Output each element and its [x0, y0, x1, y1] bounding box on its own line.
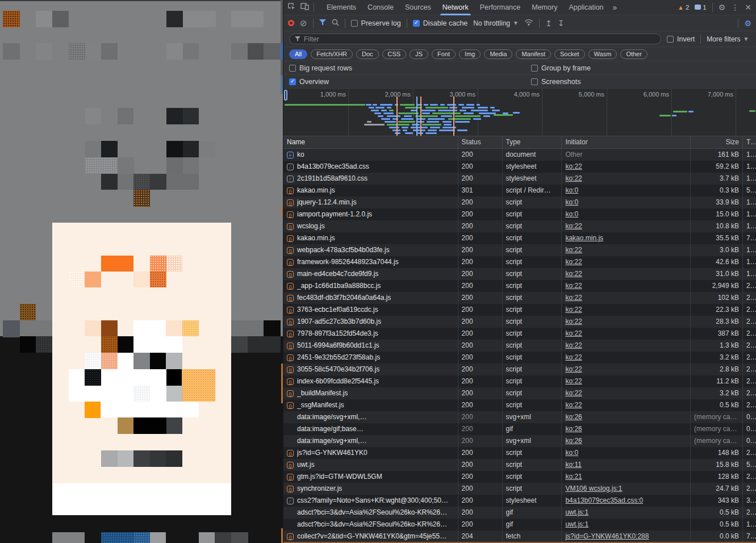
table-row[interactable]: ∕b4a13b079cec35ad.css200stylesheetko:225…: [283, 161, 756, 173]
overview-checkbox[interactable]: Overview: [289, 78, 329, 86]
disable-cache-checkbox[interactable]: Disable cache: [413, 19, 468, 27]
overview-window-handle[interactable]: [284, 90, 287, 101]
table-row[interactable]: ≡ko200documentOther161 kB1…: [283, 149, 756, 161]
table-row[interactable]: {}kakao.min.js301script / Redir…ko:00.3 …: [283, 185, 756, 197]
initiator-link[interactable]: ko:22: [565, 353, 582, 361]
initiator-link[interactable]: ko:22: [565, 174, 582, 182]
table-row[interactable]: ∕css2?family=Noto+Sans+KR:wght@300;400;5…: [283, 495, 756, 507]
checkbox-unchecked[interactable]: [351, 20, 358, 27]
checkbox-checked[interactable]: [289, 78, 296, 85]
initiator-link[interactable]: ko:22: [565, 282, 582, 290]
filter-chip-font[interactable]: Font: [432, 49, 456, 59]
tab-console[interactable]: Console: [362, 0, 399, 15]
initiator-link[interactable]: ko:26: [565, 425, 582, 433]
table-row[interactable]: {}iamport.payment-1.2.0.js200scriptko:01…: [283, 208, 756, 220]
initiator-link[interactable]: ko:26: [565, 437, 582, 445]
filter-chip-img[interactable]: Img: [459, 49, 481, 59]
initiator-link[interactable]: ko:26: [565, 413, 582, 421]
initiator-link[interactable]: ko:22: [565, 401, 582, 409]
close-devtools-icon[interactable]: ✕: [745, 3, 751, 11]
initiator-link[interactable]: ko:22: [565, 365, 582, 373]
table-row[interactable]: {}webpack-478a3cf5b4b0d3fe.js200scriptko…: [283, 244, 756, 256]
inspect-element-icon[interactable]: [288, 3, 296, 12]
record-button[interactable]: [288, 20, 294, 26]
table-row[interactable]: {}7978-897f3a152fd54de3.js200scriptko:22…: [283, 328, 756, 340]
clear-network-log-icon[interactable]: ⊘: [300, 19, 307, 27]
initiator-link[interactable]: kakao.min.js: [565, 234, 603, 242]
network-overview-timeline[interactable]: 1,000 ms2,000 ms3,000 ms4,000 ms5,000 ms…: [283, 89, 756, 136]
initiator-link[interactable]: js?id=G-YNKW461YK0:288: [565, 532, 649, 540]
initiator-link[interactable]: VM106 wcslog.js:1: [565, 484, 622, 492]
table-row[interactable]: {}adsct?bci=3&dv=Asia%2FSeoul%26ko-KR%26…: [283, 519, 756, 531]
initiator-link[interactable]: ko:22: [565, 329, 582, 337]
table-row[interactable]: {}3763-ecbc1ef0a619ccdc.js200scriptko:22…: [283, 304, 756, 316]
table-row[interactable]: {}framework-98526448923a7044.js200script…: [283, 256, 756, 268]
table-row[interactable]: {}2451-9e32b55d273f58ab.js200scriptko:22…: [283, 352, 756, 364]
network-conditions-icon[interactable]: [524, 19, 533, 28]
kebab-menu-icon[interactable]: ⋮: [731, 3, 739, 11]
checkbox-unchecked[interactable]: [289, 65, 296, 72]
more-filters-button[interactable]: More filters ▼: [707, 35, 749, 43]
table-row[interactable]: {}data:image/gif;base…200gifko:26(memory…: [283, 423, 756, 435]
initiator-link[interactable]: ko:0: [565, 186, 578, 194]
screenshots-checkbox[interactable]: Screenshots: [531, 78, 580, 86]
table-row[interactable]: {}data:image/svg+xml,…200svg+xmlko:26(me…: [283, 411, 756, 423]
tab-elements[interactable]: Elements: [321, 0, 362, 15]
checkbox-checked[interactable]: [413, 20, 420, 27]
initiator-link[interactable]: ko:22: [565, 377, 582, 385]
table-row[interactable]: {}uwt.js200scriptko:1115.8 kB5…: [283, 459, 756, 471]
invert-checkbox[interactable]: Invert: [667, 35, 695, 43]
table-row[interactable]: {}_app-1c66d1ba9a888bcc.js200scriptko:22…: [283, 280, 756, 292]
tab-network[interactable]: Network: [437, 0, 474, 15]
filter-chip-css[interactable]: CSS: [382, 49, 407, 59]
group-by-frame-checkbox[interactable]: Group by frame: [531, 64, 591, 72]
table-row[interactable]: {}data:image/svg+xml,…200svg+xmlko:26(me…: [283, 435, 756, 447]
filter-chip-media[interactable]: Media: [484, 49, 512, 59]
initiator-link[interactable]: ko:22: [565, 318, 582, 325]
checkbox-unchecked[interactable]: [531, 65, 538, 72]
filter-chip-manifest[interactable]: Manifest: [516, 49, 551, 59]
checkbox-unchecked[interactable]: [531, 78, 538, 85]
filter-chip-other[interactable]: Other: [620, 49, 648, 59]
filter-toggle-icon[interactable]: [319, 19, 326, 27]
initiator-link[interactable]: ko:0: [565, 449, 578, 457]
table-row[interactable]: {}collect?v=2&tid=G-YNKW461YK0&gtm=45je5…: [283, 531, 756, 542]
device-toolbar-icon[interactable]: [300, 3, 309, 12]
column-header-type[interactable]: Type: [503, 136, 562, 148]
table-row[interactable]: {}synchronizer.js200scriptVM106 wcslog.j…: [283, 483, 756, 495]
settings-gear-icon[interactable]: ⚙: [719, 3, 726, 11]
table-row[interactable]: ∕2c191b1d58af9610.css200stylesheetko:223…: [283, 173, 756, 185]
search-icon[interactable]: [332, 19, 339, 28]
filter-chip-all[interactable]: All: [289, 49, 307, 59]
table-row[interactable]: {}main-ed4ceb4c7cde9fd9.js200scriptko:22…: [283, 268, 756, 280]
tab-memory[interactable]: Memory: [526, 0, 563, 15]
issues-badge[interactable]: 1: [695, 3, 706, 11]
tab-performance[interactable]: Performance: [474, 0, 527, 15]
initiator-link[interactable]: b4a13b079cec35ad.css:0: [565, 496, 643, 504]
preserve-log-checkbox[interactable]: Preserve log: [351, 19, 401, 27]
filter-chip-js[interactable]: JS: [410, 49, 428, 59]
column-header-initiator[interactable]: Initiator: [562, 136, 691, 148]
column-header-t[interactable]: T…: [743, 136, 756, 148]
network-settings-gear-icon[interactable]: ⚙: [744, 19, 751, 27]
throttling-dropdown[interactable]: No throttling ▼: [473, 19, 519, 27]
table-row[interactable]: {}3055-58c5470e34b2f706.js200scriptko:22…: [283, 364, 756, 375]
table-row[interactable]: {}js?id=G-YNKW461YK0200scriptko:0148 kB2…: [283, 447, 756, 459]
table-row[interactable]: {}adsct?bci=3&dv=Asia%2FSeoul%26ko-KR%26…: [283, 507, 756, 519]
tab-sources[interactable]: Sources: [399, 0, 437, 15]
initiator-link[interactable]: ko:22: [565, 246, 582, 254]
filter-chip-fetchxhr[interactable]: Fetch/XHR: [311, 49, 353, 59]
initiator-link[interactable]: ko:0: [565, 198, 578, 206]
filter-chip-socket[interactable]: Socket: [554, 49, 585, 59]
import-har-icon[interactable]: ↧: [558, 19, 565, 27]
initiator-link[interactable]: ko:22: [565, 270, 582, 278]
table-row[interactable]: {}_ssgManifest.js200scriptko:220.5 kB2…: [283, 399, 756, 411]
browser-page[interactable]: [0, 0, 283, 543]
table-row[interactable]: {}fec483df-db3f7b2046a0a64a.js200scriptk…: [283, 292, 756, 304]
initiator-link[interactable]: uwt.js:1: [565, 520, 588, 528]
export-har-icon[interactable]: ↥: [545, 19, 552, 27]
table-row[interactable]: {}kakao.min.js200scriptkakao.min.js35.5 …: [283, 232, 756, 244]
warnings-badge[interactable]: ▲2: [678, 3, 689, 11]
checkbox-unchecked[interactable]: [667, 36, 674, 43]
initiator-link[interactable]: uwt.js:1: [565, 508, 588, 516]
